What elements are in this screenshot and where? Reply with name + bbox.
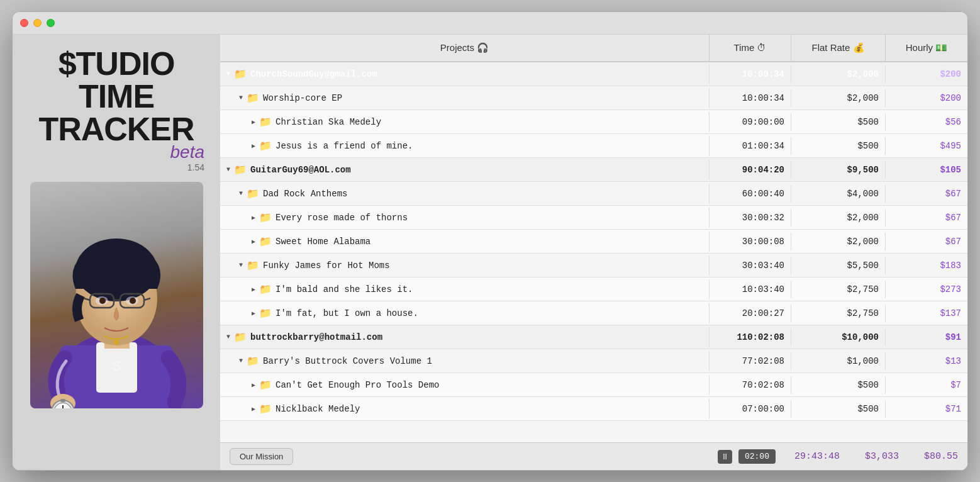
expand-icon[interactable]: ▶ — [252, 118, 255, 126]
cell-hourly: $200 — [886, 89, 967, 107]
cell-hourly: $183 — [886, 257, 967, 274]
table-row[interactable]: ▶ 📁 Sweet Home Alabama 30:00:08 $2,000 $… — [220, 230, 967, 254]
expand-icon[interactable]: ▶ — [252, 142, 255, 150]
table-row[interactable]: ▼ 📁 Worship-core EP 10:00:34 $2,000 $200 — [220, 86, 967, 110]
expand-icon[interactable]: ▶ — [252, 214, 255, 221]
expand-icon[interactable]: ▼ — [226, 166, 230, 173]
expand-icon[interactable]: ▼ — [239, 190, 243, 197]
row-name: I'm fat, but I own a house. — [276, 308, 418, 318]
folder-icon: 📁 — [259, 403, 272, 415]
cell-flat: $9,500 — [791, 161, 886, 179]
right-panel: Projects 🎧 Time ⏱ Flat Rate 💰 Hourly 💵 ▼… — [220, 35, 967, 470]
pause-button[interactable]: II — [718, 450, 732, 464]
folder-icon: 📁 — [234, 331, 247, 344]
cell-time: 77:02:08 — [710, 352, 791, 370]
table-row[interactable]: ▶ 📁 I'm fat, but I own a house. 20:00:27… — [220, 301, 967, 325]
folder-icon: 📁 — [259, 379, 272, 391]
cell-flat: $500 — [791, 376, 886, 394]
cell-hourly: $56 — [886, 113, 967, 131]
cell-flat: $5,500 — [791, 257, 886, 274]
row-name: Sweet Home Alabama — [276, 237, 370, 247]
time-header: Time ⏱ — [710, 35, 791, 61]
cell-flat: $2,000 — [791, 233, 886, 250]
cell-name: ▼ 📁 Dad Rock Anthems — [220, 184, 710, 204]
expand-icon[interactable]: ▶ — [252, 238, 255, 245]
cell-flat: $2,000 — [791, 89, 886, 107]
footer-hourly: $80.55 — [924, 451, 958, 462]
character-portrait: S — [30, 182, 203, 408]
folder-icon: 📁 — [259, 283, 272, 296]
cell-name: ▼ 📁 GuitarGuy69@AOL.com — [220, 160, 710, 180]
row-name: Nicklback Medely — [276, 404, 360, 414]
expand-icon[interactable]: ▼ — [226, 70, 230, 77]
cell-name: ▶ 📁 Christian Ska Medely — [220, 112, 710, 132]
row-name: Worship-core EP — [263, 93, 342, 103]
table-body: ▼ 📁 ChurchSoundGuy@gmail.com 10:00:34 $2… — [220, 62, 967, 442]
table-row[interactable]: ▶ 📁 Nicklback Medely 07:00:00 $500 $71 — [220, 397, 967, 421]
app-title-line1: $TUDIO — [38, 47, 194, 80]
svg-point-15 — [114, 340, 119, 345]
cell-flat: $2,750 — [791, 281, 886, 298]
cell-hourly: $495 — [886, 137, 967, 155]
table-row[interactable]: ▶ 📁 I'm bald and she likes it. 10:03:40 … — [220, 277, 967, 301]
cell-flat: $500 — [791, 113, 886, 131]
table-row[interactable]: ▶ 📁 Jesus is a friend of mine. 01:00:34 … — [220, 134, 967, 158]
footer-bar: Our Mission II 02:00 29:43:48 $3,033 $80… — [220, 442, 967, 470]
expand-icon[interactable]: ▼ — [239, 262, 243, 269]
mission-button[interactable]: Our Mission — [230, 448, 293, 465]
expand-icon[interactable]: ▶ — [252, 405, 255, 413]
row-name: Can't Get Enough Pro Tools Demo — [276, 380, 439, 390]
row-name: Funky James for Hot Moms — [263, 261, 390, 271]
cell-hourly: $67 — [886, 209, 967, 227]
cell-flat: $500 — [791, 400, 886, 418]
cell-name: ▼ 📁 Barry's Buttrock Covers Volume 1 — [220, 351, 710, 371]
expand-icon[interactable]: ▼ — [239, 94, 243, 101]
expand-icon[interactable]: ▶ — [252, 286, 255, 293]
maximize-button[interactable] — [47, 19, 55, 27]
minimize-button[interactable] — [33, 19, 42, 27]
table-row[interactable]: ▼ 📁 ChurchSoundGuy@gmail.com 10:00:34 $2… — [220, 62, 967, 86]
close-button[interactable] — [20, 19, 28, 27]
folder-icon: 📁 — [259, 307, 272, 320]
table-row[interactable]: ▼ 📁 buttrockbarry@hotmail.com 110:02:08 … — [220, 325, 967, 349]
expand-icon[interactable]: ▶ — [252, 310, 255, 317]
expand-icon[interactable]: ▼ — [226, 333, 230, 340]
app-title: $TUDIO TIME TRACKER — [38, 47, 194, 145]
table-row[interactable]: ▶ 📁 Christian Ska Medely 09:00:00 $500 $… — [220, 110, 967, 134]
cell-flat: $2,000 — [791, 209, 886, 227]
folder-icon: 📁 — [259, 211, 272, 224]
folder-icon: 📁 — [259, 116, 272, 128]
footer-timer: 02:00 — [738, 449, 776, 464]
sidebar: $TUDIO TIME TRACKER beta 1.54 — [13, 35, 220, 470]
folder-icon: 📁 — [247, 355, 259, 367]
cell-hourly: $137 — [886, 305, 967, 322]
cell-time: 20:00:27 — [710, 305, 791, 322]
table-row[interactable]: ▼ 📁 Funky James for Hot Moms 30:03:40 $5… — [220, 254, 967, 277]
table-row[interactable]: ▶ 📁 Can't Get Enough Pro Tools Demo 70:0… — [220, 373, 967, 397]
table-row[interactable]: ▼ 📁 Dad Rock Anthems 60:00:40 $4,000 $67 — [220, 182, 967, 206]
table-row[interactable]: ▶ 📁 Every rose made of thorns 30:00:32 $… — [220, 206, 967, 230]
cell-time: 110:02:08 — [710, 328, 791, 346]
cell-time: 60:00:40 — [710, 185, 791, 203]
cell-name: ▶ 📁 Can't Get Enough Pro Tools Demo — [220, 375, 710, 395]
row-name: Every rose made of thorns — [276, 213, 408, 223]
row-name: ChurchSoundGuy@gmail.com — [250, 69, 377, 79]
cell-time: 30:03:40 — [710, 257, 791, 274]
row-name: I'm bald and she likes it. — [276, 284, 413, 294]
cell-hourly: $71 — [886, 400, 967, 418]
cell-flat: $10,000 — [791, 328, 886, 346]
expand-icon[interactable]: ▶ — [252, 381, 255, 389]
cell-time: 10:00:34 — [710, 89, 791, 107]
cell-name: ▶ 📁 I'm fat, but I own a house. — [220, 303, 710, 323]
folder-icon: 📁 — [247, 92, 259, 104]
folder-icon: 📁 — [247, 259, 259, 272]
cell-time: 70:02:08 — [710, 376, 791, 394]
row-name: Christian Ska Medely — [276, 117, 381, 127]
expand-icon[interactable]: ▼ — [239, 357, 243, 364]
app-title-line3: TRACKER — [38, 113, 194, 145]
table-row[interactable]: ▼ 📁 Barry's Buttrock Covers Volume 1 77:… — [220, 349, 967, 373]
cell-name: ▶ 📁 I'm bald and she likes it. — [220, 279, 710, 300]
footer-total-time: 29:43:48 — [794, 451, 840, 462]
cell-flat: $2,750 — [791, 305, 886, 322]
table-row[interactable]: ▼ 📁 GuitarGuy69@AOL.com 90:04:20 $9,500 … — [220, 158, 967, 182]
